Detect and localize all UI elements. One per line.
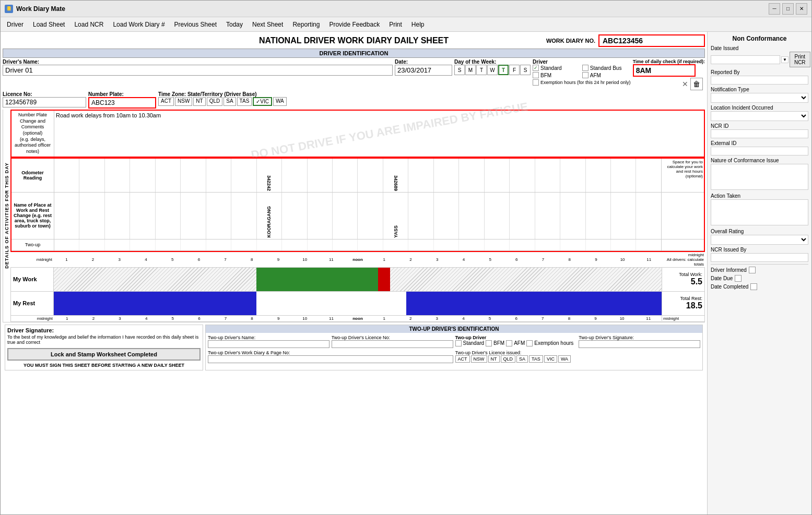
ncr-reported-by-input[interactable] [711, 76, 808, 85]
ncr-driver-informed-cb[interactable] [749, 267, 756, 273]
tl-3: 3 [106, 257, 133, 262]
exemption-checkbox[interactable] [533, 79, 539, 86]
menu-bar: Driver Load Sheet Load NCR Load Work Dia… [1, 17, 811, 32]
ncr-id-input[interactable] [711, 129, 808, 138]
close-button[interactable]: ✕ [796, 3, 807, 15]
minimize-button[interactable]: ─ [769, 3, 780, 15]
delete-icon[interactable]: 🗑 [690, 78, 703, 90]
place-col-9 [282, 193, 307, 239]
licence-input[interactable] [3, 97, 86, 107]
twoup-tz-nsw[interactable]: NSW [471, 355, 487, 363]
driver-id-header: DRIVER IDENTIFICATION [3, 49, 705, 58]
twoup-bfm-cb[interactable] [486, 340, 492, 346]
menu-load-work-diary[interactable]: Load Work Diary # [109, 19, 169, 30]
menu-driver[interactable]: Driver [3, 19, 28, 30]
twoup-tz-nt[interactable]: NT [488, 355, 500, 363]
dow-fri[interactable]: F [509, 65, 520, 75]
twoup-sig-label: Two-up Driver's Signature: [579, 335, 700, 340]
sig-title: Driver Signature: [7, 327, 201, 333]
tz-nt[interactable]: NT [193, 97, 205, 106]
menu-print[interactable]: Print [385, 19, 406, 30]
tbl-21: 9 [582, 316, 609, 321]
menu-load-ncr[interactable]: Load NCR [70, 19, 108, 30]
ncr-location-select[interactable] [711, 111, 808, 121]
ncr-date-due-cb[interactable] [735, 275, 742, 282]
dow-mon[interactable]: M [465, 65, 476, 75]
twoup-name-input[interactable] [208, 340, 329, 348]
ncr-overall-rating-select[interactable] [711, 235, 808, 245]
print-ncr-button[interactable]: Print NCR [790, 52, 810, 67]
standard-checkbox[interactable]: ✓ [533, 65, 539, 71]
place-col-12 [358, 193, 383, 239]
dow-sun[interactable]: S [454, 65, 465, 75]
licence-group: Licence No: [3, 91, 86, 107]
date-input[interactable] [395, 65, 452, 76]
driver-name-input[interactable] [3, 65, 393, 76]
twoup-tz-sa[interactable]: SA [516, 355, 528, 363]
lock-stamp-button[interactable]: Lock and Stamp Worksheet Completed [7, 348, 201, 361]
tl-7: 7 [212, 257, 239, 262]
afm-checkbox[interactable] [582, 72, 589, 78]
tl-17: 5 [477, 257, 503, 262]
clear-icon[interactable]: ✕ [682, 80, 688, 88]
menu-today[interactable]: Today [222, 19, 247, 30]
place-col-21 [586, 193, 611, 239]
main-content: NATIONAL DRIVER WORK DIARY DAILY SHEET W… [1, 32, 811, 514]
time-check-input[interactable] [633, 64, 696, 77]
tz-nsw[interactable]: NSW [175, 97, 192, 106]
ncr-nature-textarea[interactable] [711, 164, 808, 190]
maximize-button[interactable]: □ [782, 3, 794, 15]
tz-tas[interactable]: TAS [237, 97, 252, 106]
menu-reporting[interactable]: Reporting [288, 19, 324, 30]
twoup-tz-qld[interactable]: QLD [501, 355, 516, 363]
menu-feedback[interactable]: Provide Feedback [325, 19, 384, 30]
twoup-exemption-cb[interactable] [526, 340, 533, 346]
work-diary-no-input[interactable] [598, 34, 705, 47]
twoup-standard-cb[interactable] [455, 340, 462, 346]
tz-wa[interactable]: WA [273, 97, 287, 106]
tz-act[interactable]: ACT [158, 97, 174, 106]
tz-sa[interactable]: SA [223, 97, 236, 106]
dow-tue[interactable]: T [476, 65, 487, 75]
standard-bus-checkbox[interactable] [582, 65, 589, 71]
ncr-external-id-input[interactable] [711, 147, 808, 155]
twoup-licence-input[interactable] [332, 340, 453, 348]
tz-vic[interactable]: ✓VIC [253, 97, 272, 106]
dow-wed[interactable]: W [487, 65, 498, 75]
menu-help[interactable]: Help [407, 19, 429, 30]
tbl-6: 6 [186, 316, 213, 321]
twoup-tz-wa[interactable]: WA [558, 355, 571, 363]
ncr-date-issued-input[interactable] [711, 55, 780, 64]
number-plate-input[interactable] [88, 97, 156, 109]
odo-col-13: 342689 [383, 159, 408, 192]
tl-21: 9 [583, 257, 609, 262]
bfm-checkbox[interactable] [533, 72, 539, 78]
menu-previous-sheet[interactable]: Previous Sheet [170, 19, 221, 30]
timezone-group: Time Zone: State/Territory (Driver Base)… [158, 91, 705, 106]
tl-22: 10 [609, 257, 636, 262]
twoup-tz-vic[interactable]: VIC [544, 355, 557, 363]
time-axis-bottom: midnight 1 2 3 4 5 6 7 8 9 10 11 [10, 315, 705, 322]
standard-bus-label: Standard Bus [590, 65, 622, 71]
comments-section: Number Plate Change and Comments (option… [10, 110, 705, 158]
tl-20: 8 [556, 257, 583, 262]
dow-thu[interactable]: T [498, 65, 509, 75]
tz-qld[interactable]: QLD [207, 97, 223, 106]
ncr-date-completed-cb[interactable] [750, 283, 757, 290]
twoup-workdiary-input[interactable] [208, 355, 453, 363]
menu-load-sheet[interactable]: Load Sheet [29, 19, 69, 30]
ncr-notification-type-select[interactable] [711, 93, 808, 103]
odo-col-16 [459, 159, 484, 192]
twoup-sig-input[interactable] [579, 340, 700, 348]
ncr-date-dropdown[interactable]: ▼ [781, 56, 789, 63]
tbl-9: 9 [265, 316, 292, 321]
place-col-23 [636, 193, 661, 239]
ncr-issued-by-input[interactable] [711, 253, 808, 262]
menu-next-sheet[interactable]: Next Sheet [248, 19, 287, 30]
ncr-action-textarea[interactable] [711, 199, 808, 225]
dow-sat[interactable]: S [520, 65, 531, 75]
twoup-afm-cb[interactable] [506, 340, 512, 346]
twoup-tz-tas[interactable]: TAS [529, 355, 543, 363]
twoup-cell-13 [383, 239, 408, 250]
twoup-tz-act[interactable]: ACT [455, 355, 470, 363]
